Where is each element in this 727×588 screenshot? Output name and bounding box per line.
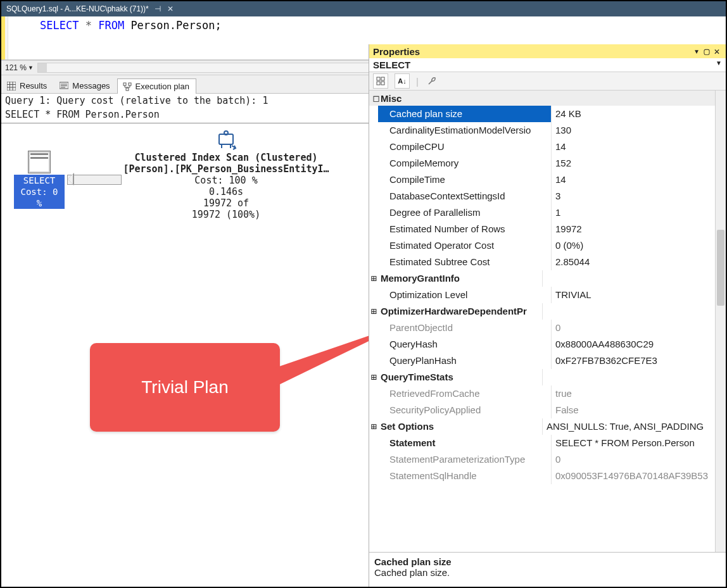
window-close-icon[interactable]: ✕: [712, 46, 722, 57]
expand-icon[interactable]: ⊞: [369, 369, 378, 385]
document-tab[interactable]: SQLQuery1.sql - A...KE-NUC\phakk (71))* …: [1, 1, 179, 16]
tree-spacer: [369, 155, 378, 172]
property-row[interactable]: ParentObjectId0: [369, 320, 726, 336]
pin-icon[interactable]: ⊣: [154, 4, 161, 13]
property-row[interactable]: CompileCPU14: [369, 139, 726, 155]
property-row[interactable]: Estimated Operator Cost0 (0%): [369, 237, 726, 254]
tab-messages[interactable]: Messages: [54, 78, 117, 93]
grid-icon: [7, 82, 16, 91]
wrench-icon[interactable]: [425, 74, 439, 88]
tab-messages-label: Messages: [72, 81, 110, 91]
clustered-index-scan-icon: [215, 129, 237, 151]
tree-spacer: [369, 287, 378, 303]
property-name: Set Options: [378, 418, 543, 435]
property-row[interactable]: StatementSqlHandle0x090053F14976BA70148A…: [369, 468, 726, 484]
property-row[interactable]: SecurityPolicyAppliedFalse: [369, 402, 726, 418]
property-row[interactable]: Degree of Parallelism1: [369, 204, 726, 221]
window-pin-icon[interactable]: ▢: [702, 46, 712, 57]
property-row[interactable]: QueryPlanHash0xF27FB7B362CFE7E3: [369, 353, 726, 369]
svg-rect-11: [126, 88, 129, 91]
property-row[interactable]: ⊞Set OptionsANSI_NULLS: True, ANSI_PADDI…: [369, 418, 726, 435]
property-value: 0: [552, 451, 726, 468]
category-misc[interactable]: □ Misc: [369, 91, 726, 106]
tab-execution-plan[interactable]: Execution plan: [117, 78, 196, 94]
vertical-scrollbar[interactable]: [715, 91, 726, 552]
table-result-icon: [28, 151, 51, 173]
plan-node-scan[interactable]: Clustered Index Scan (Clustered) [Person…: [122, 129, 331, 220]
property-row[interactable]: ⊞OptimizerHardwareDependentPr: [369, 303, 726, 320]
plan-node-select[interactable]: SELECT Cost: 0 %: [14, 151, 65, 209]
document-tab-strip: SQLQuery1.sql - A...KE-NUC\phakk (71))* …: [1, 1, 726, 16]
svg-point-13: [224, 131, 228, 135]
property-value: False: [552, 402, 726, 418]
properties-titlebar[interactable]: Properties ▾ ▢ ✕: [369, 44, 726, 58]
expand-icon[interactable]: ⊞: [369, 303, 378, 320]
properties-grid[interactable]: □ Misc Cached plan size24 KBCardinalityE…: [369, 91, 726, 552]
property-value: 3: [552, 188, 726, 204]
expand-icon[interactable]: ⊞: [369, 270, 378, 287]
alphabetical-button[interactable]: A↓: [395, 73, 410, 89]
editor-change-margin: [1, 16, 8, 59]
plan-node-scan-cost: Cost: 100 %: [122, 175, 331, 186]
tab-results[interactable]: Results: [1, 78, 54, 93]
chevron-down-icon: ▼: [716, 59, 722, 70]
expand-icon[interactable]: ⊞: [369, 418, 378, 435]
property-row[interactable]: QueryHash0x88000AA488630C29: [369, 336, 726, 353]
property-value: TRIVIAL: [552, 287, 726, 303]
property-name: Degree of Parallelism: [378, 204, 552, 221]
property-row[interactable]: Estimated Subtree Cost2.85044: [369, 254, 726, 270]
properties-description: Cached plan size Cached plan size.: [369, 552, 726, 587]
tree-spacer: [369, 221, 378, 237]
property-row[interactable]: StatementSELECT * FROM Person.Person: [369, 435, 726, 451]
plan-node-select-label: SELECT: [14, 175, 65, 186]
property-row[interactable]: CompileTime14: [369, 172, 726, 188]
property-row[interactable]: CompileMemory152: [369, 155, 726, 172]
plan-node-scan-title: Clustered Index Scan (Clustered): [122, 152, 331, 163]
property-row[interactable]: ⊞QueryTimeStats: [369, 369, 726, 385]
description-title: Cached plan size: [374, 556, 721, 567]
property-name: QueryHash: [378, 336, 552, 353]
svg-rect-0: [7, 82, 16, 91]
property-value: 130: [552, 122, 726, 139]
plan-node-select-cost: Cost: 0 %: [14, 186, 65, 209]
tree-spacer: [369, 172, 378, 188]
window-menu-icon[interactable]: ▾: [692, 46, 702, 57]
property-row[interactable]: Cached plan size24 KB: [369, 106, 726, 122]
property-name: MemoryGrantInfo: [378, 270, 543, 287]
annotation-callout: Trivial Plan: [90, 343, 280, 432]
messages-icon: [60, 82, 68, 91]
properties-subject[interactable]: SELECT ▼: [369, 58, 726, 72]
property-value: 14: [552, 139, 726, 155]
tree-spacer: [369, 336, 378, 353]
tree-spacer: [369, 139, 378, 155]
property-row[interactable]: CardinalityEstimationModelVersio130: [369, 122, 726, 139]
svg-rect-18: [381, 77, 384, 80]
property-name: CompileTime: [378, 172, 552, 188]
tab-plan-label: Execution plan: [136, 82, 189, 91]
property-row[interactable]: StatementParameterizationType0: [369, 451, 726, 468]
categorized-button[interactable]: [373, 73, 388, 89]
svg-rect-9: [123, 83, 126, 85]
property-name: QueryPlanHash: [378, 353, 552, 369]
zoom-combo[interactable]: 121 % ▼: [5, 63, 34, 72]
property-value: SELECT * FROM Person.Person: [552, 435, 726, 451]
zoom-value: 121 %: [5, 63, 27, 72]
property-row[interactable]: RetrievedFromCachetrue: [369, 385, 726, 402]
property-name: CardinalityEstimationModelVersio: [378, 122, 552, 139]
tree-spacer: [369, 320, 378, 336]
property-name: SecurityPolicyApplied: [378, 402, 552, 418]
property-name: CompileCPU: [378, 139, 552, 155]
property-name: CompileMemory: [378, 155, 552, 172]
close-icon[interactable]: ✕: [167, 4, 174, 13]
property-row[interactable]: Optimization LevelTRIVIAL: [369, 287, 726, 303]
collapse-icon[interactable]: □: [372, 92, 381, 104]
property-name: Optimization Level: [378, 287, 552, 303]
property-value: 24 KB: [552, 106, 726, 122]
property-name: Estimated Subtree Cost: [378, 254, 552, 270]
property-name: QueryTimeStats: [378, 369, 543, 385]
property-row[interactable]: Estimated Number of Rows19972: [369, 221, 726, 237]
property-name: OptimizerHardwareDependentPr: [378, 303, 543, 320]
property-row[interactable]: DatabaseContextSettingsId3: [369, 188, 726, 204]
property-row[interactable]: ⊞MemoryGrantInfo: [369, 270, 726, 287]
property-value: 2.85044: [552, 254, 726, 270]
